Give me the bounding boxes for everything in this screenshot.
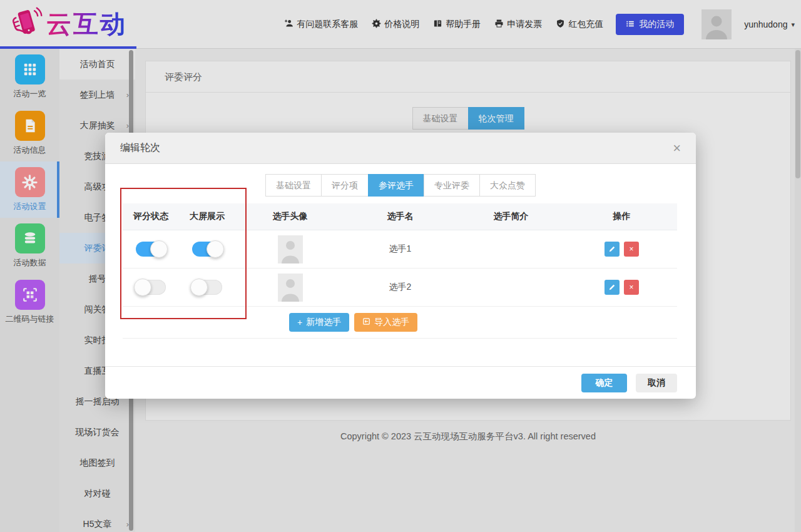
modal-tab-basic-settings[interactable]: 基础设置	[265, 174, 322, 197]
player-avatar	[278, 235, 303, 263]
score-state-toggle[interactable]	[136, 242, 166, 257]
player-name: 选手1	[389, 243, 412, 255]
col-player-intro: 选手简介	[456, 211, 566, 222]
modal-header: 编辑轮次 ×	[105, 133, 696, 164]
modal-tab-pro-judges[interactable]: 专业评委	[424, 174, 480, 197]
col-player-avatar: 选手头像	[235, 211, 345, 222]
import-icon	[362, 317, 370, 327]
plus-icon: +	[297, 317, 302, 327]
close-icon: ×	[629, 283, 633, 292]
modal-tab-public-likes[interactable]: 大众点赞	[479, 174, 536, 197]
player-name: 选手2	[389, 282, 412, 293]
import-players-button[interactable]: 导入选手	[354, 313, 417, 332]
modal-tab-score-items[interactable]: 评分项	[321, 174, 369, 197]
player-avatar	[278, 274, 303, 302]
pencil-icon	[608, 284, 616, 291]
add-player-button[interactable]: + 新增选手	[289, 313, 349, 332]
col-operations: 操作	[566, 211, 677, 222]
import-players-label: 导入选手	[374, 317, 409, 328]
player-row: 选手1 ×	[123, 230, 677, 269]
delete-player-button[interactable]: ×	[624, 242, 639, 257]
modal-footer: 确定 取消	[105, 366, 696, 399]
app-root: 云互动 有问题联系客服 价格说明	[0, 0, 801, 532]
players-table-header: 评分状态 大屏展示 选手头像 选手名 选手简介 操作	[123, 203, 677, 230]
modal-tab-players[interactable]: 参评选手	[368, 174, 424, 197]
col-score-state: 评分状态	[123, 211, 179, 222]
players-table: 评分状态 大屏展示 选手头像 选手名 选手简介 操作 选手1 ×	[123, 203, 677, 339]
toggle-knob	[150, 240, 168, 258]
toggle-knob	[207, 240, 224, 258]
player-row: 选手2 ×	[123, 269, 677, 307]
close-icon[interactable]: ×	[673, 141, 681, 155]
edit-round-modal: 编辑轮次 × 基础设置 评分项 参评选手 专业评委 大众点赞 评分状态 大屏展示…	[105, 133, 696, 399]
table-footer-row: + 新增选手 导入选手	[123, 307, 677, 339]
add-player-label: 新增选手	[306, 317, 341, 328]
toggle-knob	[134, 279, 151, 296]
close-icon: ×	[629, 245, 633, 253]
cancel-button[interactable]: 取消	[636, 374, 677, 392]
screen-show-toggle[interactable]	[192, 280, 222, 295]
score-state-toggle[interactable]	[136, 280, 166, 295]
delete-player-button[interactable]: ×	[624, 280, 639, 295]
edit-player-button[interactable]	[605, 242, 620, 257]
col-player-name: 选手名	[345, 211, 456, 222]
col-screen-show: 大屏展示	[179, 211, 235, 222]
toggle-knob	[190, 279, 208, 296]
pencil-icon	[608, 245, 616, 253]
confirm-button[interactable]: 确定	[581, 374, 627, 392]
edit-player-button[interactable]	[605, 280, 620, 295]
modal-title: 编辑轮次	[120, 141, 160, 155]
screen-show-toggle[interactable]	[192, 242, 222, 257]
modal-tabs: 基础设置 评分项 参评选手 专业评委 大众点赞	[105, 174, 696, 197]
